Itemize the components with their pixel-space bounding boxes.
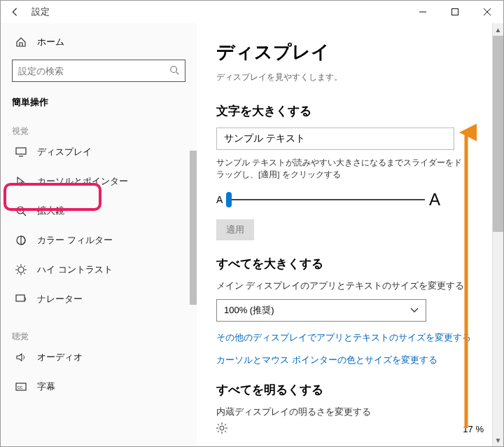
sidebar-item-audio[interactable]: オーディオ: [12, 343, 186, 372]
section-visual-label: 視覚: [12, 125, 186, 137]
search-icon: [169, 65, 179, 77]
nav-home[interactable]: ホーム: [12, 29, 186, 55]
link-other-displays[interactable]: その他のディスプレイでアプリとテキストのサイズを変更する: [216, 331, 484, 344]
narrator-icon: [15, 294, 27, 304]
sidebar-item-label: ディスプレイ: [37, 146, 92, 158]
magnifier-icon: [15, 205, 27, 216]
svg-line-17: [24, 273, 25, 274]
home-icon: [15, 36, 27, 48]
svg-line-30: [218, 431, 219, 432]
sidebar-scrollbar[interactable]: [190, 151, 197, 305]
contrast-icon: [15, 264, 27, 275]
svg-rect-20: [16, 295, 24, 301]
sidebar-item-cursor[interactable]: カーソルとポインター: [12, 167, 186, 196]
sidebar-item-magnifier[interactable]: 拡大鏡: [12, 196, 186, 226]
audio-icon: [15, 352, 27, 363]
text-size-slider[interactable]: A A: [216, 190, 440, 209]
svg-rect-4: [16, 148, 26, 154]
svg-rect-1: [452, 9, 458, 15]
slider-track[interactable]: [227, 199, 425, 200]
svg-point-2: [171, 66, 177, 72]
window-controls: [407, 1, 503, 23]
svg-line-29: [225, 431, 226, 432]
page-title: ディスプレイ: [216, 40, 484, 64]
sidebar-item-colorfilter[interactable]: カラー フィルター: [12, 226, 186, 255]
svg-line-16: [17, 266, 18, 267]
brightness-percent: 17 %: [463, 424, 484, 434]
close-button[interactable]: [471, 1, 503, 23]
caption-icon: cc: [15, 383, 27, 391]
cursor-icon: [15, 176, 27, 187]
search-box[interactable]: [12, 60, 186, 82]
svg-point-11: [18, 267, 24, 273]
svg-line-31: [225, 424, 226, 425]
everything-bigger-desc: メイン ディスプレイのアプリとテキストのサイズを変更する: [216, 280, 484, 292]
nav-home-label: ホーム: [37, 36, 64, 48]
chevron-down-icon: [410, 305, 419, 315]
scroll-down-icon[interactable]: ▼: [495, 434, 502, 446]
svg-point-23: [220, 426, 224, 430]
section-text-bigger: 文字を大きくする: [216, 103, 484, 119]
scroll-up-icon[interactable]: ▲: [495, 23, 502, 36]
sidebar-item-label: オーディオ: [37, 351, 83, 364]
content-pane: ディスプレイ ディスプレイを見やすくします。 文字を大きくする サンプル テキス…: [197, 23, 503, 446]
back-button[interactable]: [4, 1, 26, 23]
svg-line-19: [24, 266, 25, 267]
small-a-label: A: [216, 194, 223, 205]
section-everything-bigger: すべてを大きくする: [216, 256, 484, 272]
sidebar-item-label: 字幕: [37, 380, 55, 393]
section-brighter: すべてを明るくする: [216, 382, 484, 398]
page-subtitle: ディスプレイを見やすくします。: [216, 71, 484, 83]
sidebar-item-label: ナレーター: [37, 293, 83, 305]
svg-line-7: [23, 213, 26, 216]
scale-dropdown[interactable]: 100% (推奨): [216, 299, 426, 322]
section-audio-label: 聴覚: [12, 331, 186, 343]
sidebar-item-caption[interactable]: cc 字幕: [12, 372, 186, 401]
big-a-label: A: [429, 190, 440, 209]
slider-thumb[interactable]: [226, 192, 232, 207]
sidebar-item-narrator[interactable]: ナレーター: [12, 284, 186, 314]
sidebar-item-display[interactable]: ディスプレイ: [12, 137, 186, 167]
brightness-icon: [216, 422, 227, 436]
title-bar: 設定: [1, 1, 503, 23]
sidebar-item-highcontrast[interactable]: ハイ コントラスト: [12, 255, 186, 284]
svg-line-3: [176, 71, 179, 74]
brighter-desc: 内蔵ディスプレイの明るさを変更する: [216, 406, 484, 418]
svg-text:cc: cc: [18, 385, 23, 390]
svg-line-28: [218, 424, 219, 425]
search-input[interactable]: [18, 66, 169, 76]
color-filter-icon: [15, 235, 27, 246]
sidebar-item-label: 拡大鏡: [37, 205, 64, 217]
maximize-button[interactable]: [439, 1, 471, 23]
sidebar-item-label: ハイ コントラスト: [37, 263, 113, 276]
scale-dropdown-value: 100% (推奨): [224, 304, 274, 317]
svg-line-18: [17, 273, 18, 274]
content-scrollbar[interactable]: ▲ ▼: [492, 23, 503, 446]
sidebar-item-label: カーソルとポインター: [37, 175, 128, 188]
sidebar: ホーム 簡単操作 視覚 ディスプレイ カーソルとポインター: [1, 23, 197, 446]
text-bigger-desc: サンプル テキストが読みやすい大きさになるまでスライダーをドラッグし、[適用] …: [216, 157, 465, 181]
apply-button[interactable]: 適用: [216, 219, 254, 240]
content-scrollbar-thumb[interactable]: [493, 36, 504, 232]
display-icon: [15, 147, 27, 157]
minimize-button[interactable]: [407, 1, 439, 23]
link-cursor-pointer[interactable]: カーソルとマウス ポインターの色とサイズを変更する: [216, 354, 484, 366]
window-title: 設定: [31, 6, 50, 18]
sample-text-box: サンプル テキスト: [216, 128, 454, 150]
sidebar-item-label: カラー フィルター: [37, 234, 113, 247]
category-title: 簡単操作: [12, 96, 186, 109]
